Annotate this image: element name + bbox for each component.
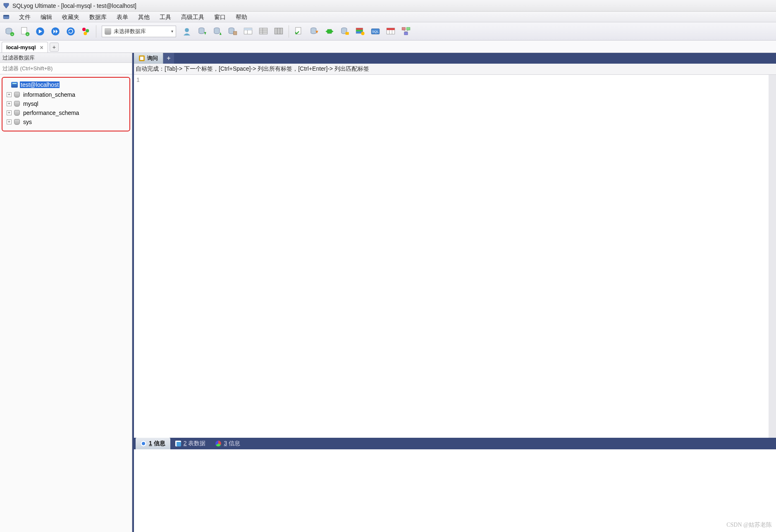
result-tab-label: 信息: [229, 440, 240, 446]
tree-db-item[interactable]: + information_schema: [3, 90, 129, 99]
result-tab-num: 2: [184, 440, 187, 446]
menu-help[interactable]: 帮助: [231, 12, 252, 22]
object-tree-highlight: test@localhost + information_schema + my…: [2, 77, 130, 131]
svg-rect-55: [402, 27, 405, 30]
svg-marker-20: [204, 32, 206, 35]
svg-rect-29: [259, 28, 267, 34]
connection-tab[interactable]: local-mysql ×: [2, 42, 48, 52]
line-number: 1: [136, 76, 140, 83]
filter-input[interactable]: [0, 63, 132, 74]
new-connection-button[interactable]: +: [2, 24, 17, 38]
menu-bar: 文件 编辑 收藏夹 数据库 表单 其他 工具 高级工具 窗口 帮助: [0, 12, 776, 22]
tree-db-item[interactable]: + sys: [3, 117, 129, 126]
svg-point-15: [82, 28, 86, 31]
tree-db-label: mysql: [22, 100, 39, 107]
database-icon: [105, 28, 111, 35]
svg-point-48: [361, 31, 364, 35]
query-tab-label: 询问: [147, 55, 158, 62]
svg-text:+: +: [26, 32, 29, 36]
relations-button[interactable]: [384, 24, 398, 38]
new-query-button[interactable]: +: [18, 24, 32, 38]
menu-favorites[interactable]: 收藏夹: [57, 12, 84, 22]
tree-db-label: sys: [22, 119, 33, 125]
expand-icon[interactable]: +: [7, 101, 12, 106]
database-selector[interactable]: 未选择数据库 ▾: [102, 26, 176, 37]
add-connection-tab-button[interactable]: +: [50, 43, 59, 52]
expand-icon[interactable]: +: [7, 119, 12, 124]
export-button[interactable]: [195, 24, 209, 38]
result-tab-label: 表数据: [188, 440, 205, 446]
menu-window[interactable]: 窗口: [209, 12, 231, 22]
connection-tab-bar: local-mysql × +: [0, 41, 776, 53]
server-icon: [11, 81, 18, 88]
svg-rect-39: [327, 29, 332, 33]
chevron-down-icon: ▾: [171, 29, 173, 33]
result-tab-messages[interactable]: 3 信息: [210, 438, 245, 449]
results-body: [134, 449, 776, 532]
svg-rect-46: [356, 29, 363, 31]
object-browser-panel: 过滤器数据库 test@localhost + information_sche…: [0, 53, 132, 532]
query-tab-bar: 询问 +: [134, 53, 776, 64]
schedule-button[interactable]: [338, 24, 352, 38]
result-tab-info[interactable]: 1 信息: [136, 438, 170, 449]
system-menu-icon[interactable]: [2, 12, 11, 21]
database-icon: [13, 110, 21, 116]
title-bar: SQLyog Ultimate - [local-mysql - test@lo…: [0, 0, 776, 12]
info-button[interactable]: SQL: [368, 24, 382, 38]
result-tab-num: 3: [224, 440, 227, 446]
database-icon: [13, 91, 21, 98]
menu-tools[interactable]: 工具: [155, 12, 176, 22]
tree-root-label: test@localhost: [20, 81, 60, 88]
execute-all-button[interactable]: [48, 24, 62, 38]
database-icon: [13, 100, 21, 107]
query-tab[interactable]: 询问: [134, 53, 163, 64]
import-button[interactable]: [210, 24, 224, 38]
tree-db-item[interactable]: + mysql: [3, 99, 129, 108]
table-icon: [175, 441, 181, 446]
svg-point-18: [185, 28, 189, 32]
query-tab-icon: [139, 55, 145, 61]
user-manager-button[interactable]: [180, 24, 194, 38]
add-query-tab-button[interactable]: +: [163, 53, 174, 64]
results-tab-bar: 1 信息 2 表数据 3 信息: [134, 438, 776, 449]
menu-file[interactable]: 文件: [14, 12, 36, 22]
visual-compare-button[interactable]: [353, 24, 367, 38]
tree-db-item[interactable]: + performance_schema: [3, 108, 129, 117]
table-tool2-button[interactable]: [256, 24, 270, 38]
info-icon: [141, 441, 146, 446]
connection-tab-label: local-mysql: [6, 44, 36, 50]
sql-editor[interactable]: 1: [134, 75, 776, 438]
format-button[interactable]: [79, 24, 93, 38]
table-tool-button[interactable]: [241, 24, 255, 38]
close-tab-icon[interactable]: ×: [40, 44, 43, 51]
backup-button[interactable]: [226, 24, 240, 38]
schema-sync-button[interactable]: [307, 24, 321, 38]
svg-rect-33: [275, 28, 283, 34]
schema-designer-button[interactable]: [399, 24, 413, 38]
app-icon: [2, 2, 10, 10]
menu-table[interactable]: 表单: [112, 12, 133, 22]
menu-other[interactable]: 其他: [133, 12, 155, 22]
refresh-button[interactable]: [64, 24, 78, 38]
query-builder-button[interactable]: [292, 24, 306, 38]
menu-powertools[interactable]: 高级工具: [176, 12, 209, 22]
menu-database[interactable]: 数据库: [84, 12, 112, 22]
menu-edit[interactable]: 编辑: [36, 12, 57, 22]
svg-rect-28: [244, 28, 252, 30]
execute-query-button[interactable]: [33, 24, 47, 38]
svg-rect-56: [407, 27, 410, 30]
expand-icon[interactable]: +: [7, 92, 12, 97]
window-title: SQLyog Ultimate - [local-mysql - test@lo…: [12, 2, 136, 9]
svg-rect-24: [234, 31, 237, 35]
data-sync-button[interactable]: [322, 24, 337, 38]
svg-point-13: [67, 27, 75, 36]
svg-marker-22: [220, 32, 222, 35]
tree-root-connection[interactable]: test@localhost: [3, 80, 129, 89]
result-tab-tabledata[interactable]: 2 表数据: [170, 438, 211, 449]
table-tool3-button[interactable]: [272, 24, 286, 38]
result-tab-label: 信息: [154, 440, 165, 446]
main-split: 过滤器数据库 test@localhost + information_sche…: [0, 53, 776, 532]
tree-db-label: performance_schema: [22, 110, 80, 116]
messages-icon: [215, 441, 221, 446]
expand-icon[interactable]: +: [7, 110, 12, 115]
